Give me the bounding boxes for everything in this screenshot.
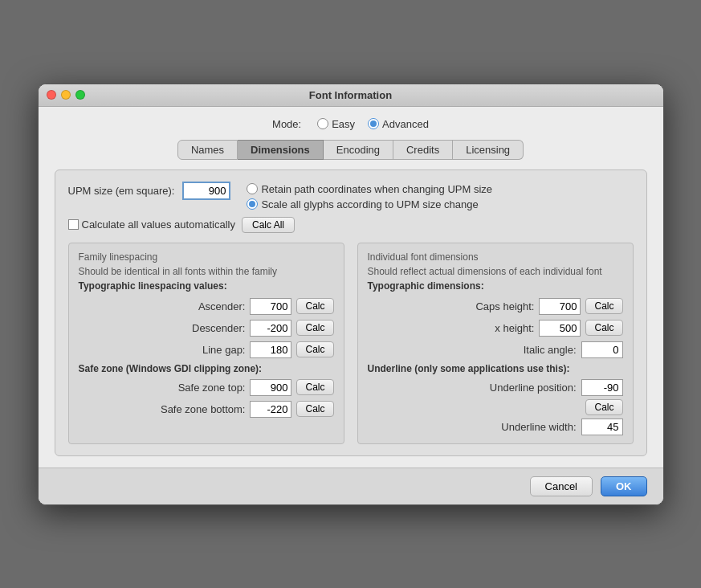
retain-path-label: Retain path coordinates when changing UP… xyxy=(261,183,492,195)
traffic-lights xyxy=(47,90,85,100)
minimize-button[interactable] xyxy=(61,90,71,100)
titlebar: Font Information xyxy=(39,84,663,107)
upm-input[interactable] xyxy=(182,182,230,200)
family-linespacing-title: Family linespacing xyxy=(79,251,334,263)
upm-row: UPM size (em square): xyxy=(68,182,231,200)
window-title: Font Information xyxy=(309,89,392,101)
safe-zone-bottom-label: Safe zone bottom: xyxy=(79,403,246,415)
mode-easy-option[interactable]: Easy xyxy=(317,118,355,130)
underline-position-row: Underline position: xyxy=(368,379,623,396)
scale-glyphs-option[interactable]: Scale all glyphs according to UPM size c… xyxy=(247,198,492,210)
safe-zone-heading: Safe zone (Windows GDI clipping zone): xyxy=(79,363,334,374)
underline-position-input[interactable] xyxy=(581,379,623,396)
mode-advanced-label: Advanced xyxy=(382,118,429,130)
underline-heading: Underline (only some applications use th… xyxy=(368,363,623,374)
tabs-row: Names Dimensions Encoding Credits Licens… xyxy=(55,140,647,160)
linegap-label: Line gap: xyxy=(79,344,246,356)
safe-zone-bottom-input[interactable] xyxy=(250,401,291,418)
safe-zone-top-calc-button[interactable]: Calc xyxy=(296,379,333,395)
underline-width-input[interactable] xyxy=(581,419,623,435)
safe-zone-top-input[interactable] xyxy=(250,379,291,396)
underline-width-row: Underline width: xyxy=(368,419,623,435)
maximize-button[interactable] xyxy=(75,90,85,100)
underline-section: Underline position: Calc Underline width… xyxy=(368,379,623,435)
ok-button[interactable]: OK xyxy=(601,476,647,496)
calc-all-button[interactable]: Calc All xyxy=(242,217,295,233)
retain-path-option[interactable]: Retain path coordinates when changing UP… xyxy=(247,183,492,195)
descender-calc-button[interactable]: Calc xyxy=(296,320,333,336)
x-height-calc-button[interactable]: Calc xyxy=(585,320,622,336)
family-linespacing-desc: Should be identical in all fonts within … xyxy=(79,266,334,277)
descender-row: Descender: Calc xyxy=(79,320,334,337)
close-button[interactable] xyxy=(47,90,56,100)
tab-dimensions[interactable]: Dimensions xyxy=(238,140,324,160)
mode-advanced-radio[interactable] xyxy=(368,118,379,129)
scale-glyphs-radio[interactable] xyxy=(247,198,258,210)
linegap-input[interactable] xyxy=(250,341,291,358)
individual-font-column: Individual font dimensions Should reflec… xyxy=(357,243,634,444)
tab-licensing[interactable]: Licensing xyxy=(453,140,524,160)
mode-easy-radio[interactable] xyxy=(317,118,328,129)
safe-zone-bottom-row: Safe zone bottom: Calc xyxy=(79,401,334,418)
descender-label: Descender: xyxy=(79,322,246,334)
safe-zone-top-row: Safe zone top: Calc xyxy=(79,379,334,396)
font-information-dialog: Font Information Mode: Easy Advanced Nam… xyxy=(38,84,664,505)
mode-row: Mode: Easy Advanced xyxy=(55,118,647,130)
mode-easy-label: Easy xyxy=(332,118,355,130)
calc-all-checkbox[interactable] xyxy=(68,219,79,230)
footer: Cancel OK xyxy=(39,468,663,504)
underline-calc-row: Calc xyxy=(368,399,623,415)
cancel-button[interactable]: Cancel xyxy=(530,476,593,496)
tab-names[interactable]: Names xyxy=(177,140,238,160)
descender-input[interactable] xyxy=(250,320,291,337)
scale-glyphs-label: Scale all glyphs according to UPM size c… xyxy=(261,198,478,210)
caps-height-label: Caps height: xyxy=(368,300,535,312)
ascender-calc-button[interactable]: Calc xyxy=(296,298,333,314)
individual-font-subtitle: Typographic dimensions: xyxy=(368,280,623,292)
retain-path-radio[interactable] xyxy=(247,183,258,194)
mode-label: Mode: xyxy=(272,118,301,130)
calc-all-label: Calculate all values automatically xyxy=(82,218,235,231)
italic-angle-input[interactable] xyxy=(581,341,623,358)
individual-font-desc: Should reflect actual dimensions of each… xyxy=(368,266,623,277)
underline-calc-button[interactable]: Calc xyxy=(585,399,622,415)
safe-zone-bottom-calc-button[interactable]: Calc xyxy=(296,401,333,417)
italic-angle-row: Italic angle: xyxy=(368,341,623,358)
x-height-label: x height: xyxy=(368,322,535,334)
calc-all-row: Calculate all values automatically Calc … xyxy=(68,217,634,233)
x-height-row: x height: Calc xyxy=(368,320,623,337)
italic-angle-label: Italic angle: xyxy=(368,344,577,356)
calc-all-checkbox-option[interactable]: Calculate all values automatically xyxy=(68,218,235,231)
tab-encoding[interactable]: Encoding xyxy=(324,140,393,160)
x-height-input[interactable] xyxy=(539,320,581,337)
main-content: Mode: Easy Advanced Names Dimensions Enc… xyxy=(39,107,663,456)
linegap-calc-button[interactable]: Calc xyxy=(296,341,333,357)
caps-height-row: Caps height: Calc xyxy=(368,298,623,315)
main-panel: UPM size (em square): Retain path coordi… xyxy=(55,169,647,456)
ascender-input[interactable] xyxy=(250,298,291,315)
mode-advanced-option[interactable]: Advanced xyxy=(368,118,429,130)
family-linespacing-column: Family linespacing Should be identical i… xyxy=(68,243,344,444)
safe-zone-top-label: Safe zone top: xyxy=(79,382,246,394)
two-columns: Family linespacing Should be identical i… xyxy=(68,243,634,444)
underline-position-label: Underline position: xyxy=(368,382,577,394)
mode-radio-group: Easy Advanced xyxy=(317,118,429,130)
upm-scale-options: Retain path coordinates when changing UP… xyxy=(247,183,492,210)
individual-font-title: Individual font dimensions xyxy=(368,251,623,263)
tab-credits[interactable]: Credits xyxy=(393,140,453,160)
ascender-row: Ascender: Calc xyxy=(79,298,334,315)
family-linespacing-subtitle: Typographic linespacing values: xyxy=(79,280,334,292)
linegap-row: Line gap: Calc xyxy=(79,341,334,358)
underline-width-label: Underline width: xyxy=(368,421,577,433)
caps-height-calc-button[interactable]: Calc xyxy=(585,298,622,314)
caps-height-input[interactable] xyxy=(539,298,581,315)
ascender-label: Ascender: xyxy=(79,300,246,312)
upm-label: UPM size (em square): xyxy=(68,185,175,197)
